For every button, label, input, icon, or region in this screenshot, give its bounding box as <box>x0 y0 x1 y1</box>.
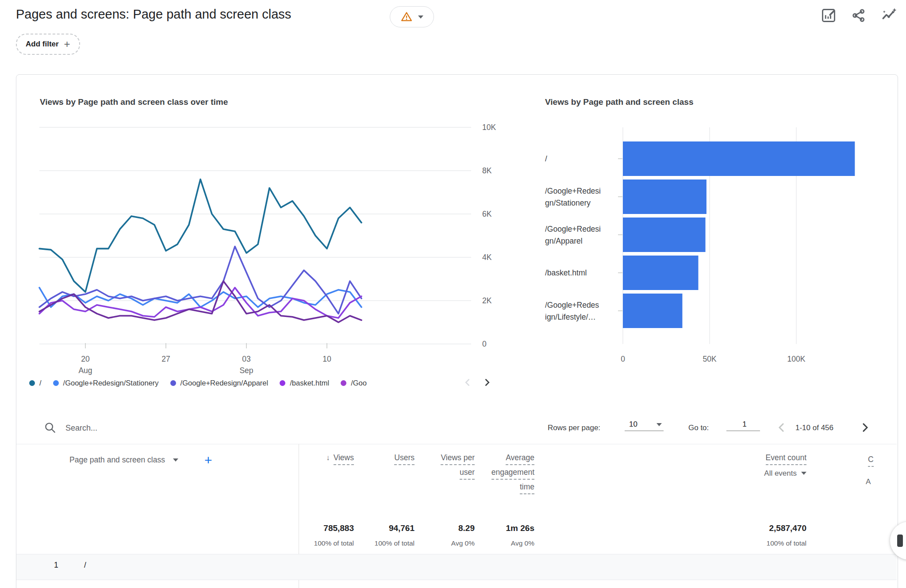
dimension-header-dropdown[interactable]: Page path and screen class <box>69 455 178 465</box>
total-value: 1m 26s <box>506 523 534 533</box>
total-value: 2,587,470 <box>769 523 806 533</box>
line-chart-title: Views by Page path and screen class over… <box>40 97 228 107</box>
plus-icon: + <box>64 39 70 50</box>
table-row[interactable] <box>16 554 897 580</box>
legend-dot-icon <box>29 380 35 386</box>
divider <box>16 580 897 580</box>
data-quality-badge[interactable] <box>390 6 434 27</box>
x-axis-label: 03 <box>242 355 250 363</box>
line-chart-svg: 10K8K6K4K2K020Aug2703Sep10 <box>28 123 515 379</box>
line-chart[interactable]: 10K8K6K4K2K020Aug2703Sep10 <box>28 123 515 379</box>
x-axis-sublabel: Sep <box>239 366 253 375</box>
category-label: /Google+Redesi <box>545 187 601 195</box>
y-axis-label: 8K <box>482 166 492 175</box>
bar-chart-title: Views by Page path and screen class <box>545 97 693 107</box>
edit-chart-button[interactable] <box>820 7 837 24</box>
clipped-metric-filter[interactable]: A <box>866 477 871 486</box>
clipped-metric-header[interactable]: C <box>868 454 874 468</box>
bar[interactable] <box>623 294 682 328</box>
category-label: gn/Stationery <box>545 199 591 207</box>
insights-button[interactable] <box>880 7 897 24</box>
column-header-label: Event count <box>766 452 806 465</box>
bar[interactable] <box>623 179 706 214</box>
share-icon <box>851 8 866 23</box>
dimension-header-label: Page path and screen class <box>69 455 165 465</box>
x-axis-sublabel: Aug <box>78 366 92 375</box>
column-header-average-engagement-time[interactable]: Averageengagementtime <box>491 452 534 496</box>
add-filter-button[interactable]: Add filter + <box>16 34 80 55</box>
legend-dot-icon <box>341 380 346 386</box>
x-axis-label: 10 <box>322 355 331 363</box>
column-header-label: engagement <box>491 466 534 480</box>
row-page-path: / <box>84 561 86 570</box>
event-filter-dropdown[interactable]: All events <box>764 467 806 479</box>
column-header-users[interactable]: Users <box>394 452 415 466</box>
line-series <box>39 288 361 307</box>
column-header-label: user <box>460 466 475 480</box>
legend-label: /basket.html <box>290 379 329 387</box>
legend-dot-icon <box>280 380 285 386</box>
category-label: gn/Apparel <box>545 237 583 245</box>
rows-per-page-select[interactable]: 10 <box>625 420 664 431</box>
search-icon <box>43 421 57 434</box>
total-subtext: 100% of total <box>767 539 806 547</box>
column-header-label: Users <box>394 452 415 465</box>
pagination-prev-button[interactable] <box>774 420 789 435</box>
bar[interactable] <box>623 141 855 176</box>
sort-descending-icon: ↓ <box>326 452 330 464</box>
divider <box>16 444 897 444</box>
pagination-range: 1-10 of 456 <box>795 424 833 432</box>
bar-chart[interactable]: 050K100K//Google+Redesign/Stationery/Goo… <box>545 123 897 379</box>
bar[interactable] <box>623 218 706 252</box>
edit-chart-icon <box>821 8 837 23</box>
line-chart-legend: //Google+Redesign/Stationery/Google+Rede… <box>29 376 451 390</box>
x-axis-label: 100K <box>787 355 806 363</box>
legend-item[interactable]: /Goo <box>341 379 367 387</box>
add-dimension-button[interactable]: + <box>204 453 212 468</box>
goto-page-value: 1 <box>742 420 746 429</box>
add-filter-label: Add filter <box>26 40 59 49</box>
total-value: 785,883 <box>323 523 354 533</box>
row-index: 1 <box>54 561 58 570</box>
y-axis-label: 0 <box>482 340 487 348</box>
category-label: /Google+Redesi <box>545 225 601 233</box>
y-axis-label: 4K <box>482 253 492 262</box>
category-label: /basket.html <box>545 268 587 277</box>
legend-label: /Goo <box>351 379 367 387</box>
line-series <box>39 179 361 292</box>
column-header-label: time <box>520 481 534 494</box>
total-subtext: Avg 0% <box>451 539 475 547</box>
event-filter-label: All events <box>764 467 797 479</box>
y-axis-label: 2K <box>482 296 492 305</box>
insights-icon <box>881 8 897 23</box>
legend-item[interactable]: /Google+Redesign/Apparel <box>170 379 269 387</box>
legend-item[interactable]: / <box>29 379 42 387</box>
goto-page-input[interactable]: 1 <box>726 420 760 431</box>
column-header-event-count[interactable]: Event countAll events <box>764 452 806 479</box>
line-series <box>39 247 361 314</box>
floating-button-glyph <box>897 535 903 547</box>
rows-per-page-label: Rows per page: <box>548 424 600 432</box>
search-input[interactable] <box>65 419 252 437</box>
legend-label: /Google+Redesign/Apparel <box>180 379 269 387</box>
column-header-views-per-user[interactable]: Views peruser <box>441 452 475 481</box>
share-button[interactable] <box>850 7 867 24</box>
chevron-right-icon <box>481 377 493 388</box>
column-header-label: Views per <box>441 452 475 465</box>
header-actions <box>820 7 897 24</box>
pagination-next-button[interactable] <box>857 420 872 435</box>
line-series <box>39 288 361 318</box>
bar[interactable] <box>623 256 699 290</box>
x-axis-label: 27 <box>161 355 170 363</box>
column-header-label: Views <box>334 452 354 465</box>
legend-item[interactable]: /Google+Redesign/Stationery <box>53 379 159 387</box>
legend-prev-button[interactable] <box>460 374 475 391</box>
ga4-pages-and-screens-report: { "header": { "title": "Pages and screen… <box>0 0 906 588</box>
chevron-down-icon <box>173 458 178 462</box>
legend-item[interactable]: /basket.html <box>280 379 329 387</box>
column-header-views[interactable]: ↓Views <box>326 452 354 466</box>
total-value: 8.29 <box>458 523 475 533</box>
x-axis-label: 0 <box>621 355 625 363</box>
x-axis-label: 50K <box>703 355 716 363</box>
legend-next-button[interactable] <box>480 374 495 391</box>
